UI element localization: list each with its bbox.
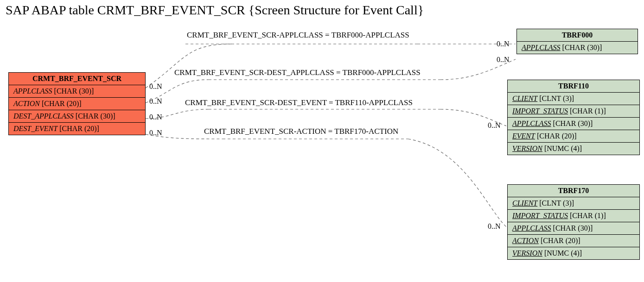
cardinality-src: 0..N [149, 97, 162, 106]
entity-tbrf170-field: APPLCLASS [CHAR (30)] [508, 222, 639, 234]
entity-tbrf110: TBRF110 CLIENT [CLNT (3)] IMPORT_STATUS … [507, 80, 640, 155]
relation-label: CRMT_BRF_EVENT_SCR-DEST_EVENT = TBRF110-… [185, 98, 413, 107]
entity-tbrf110-field: IMPORT_STATUS [CHAR (1)] [508, 105, 639, 117]
cardinality-tgt: 0..N [497, 56, 510, 64]
entity-tbrf110-field: CLIENT [CLNT (3)] [508, 93, 639, 105]
entity-source-field: DEST_EVENT [CHAR (20)] [9, 122, 145, 135]
entity-tbrf170-field: IMPORT_STATUS [CHAR (1)] [508, 209, 639, 222]
entity-tbrf170-header: TBRF170 [508, 185, 639, 197]
cardinality-src: 0..N [149, 129, 162, 137]
entity-tbrf110-header: TBRF110 [508, 80, 639, 93]
relation-label: CRMT_BRF_EVENT_SCR-ACTION = TBRF170-ACTI… [204, 127, 398, 136]
entity-tbrf110-field: EVENT [CHAR (20)] [508, 130, 639, 142]
cardinality-tgt: 0..N [488, 121, 501, 130]
entity-tbrf000-field: APPLCLASS [CHAR (30)] [517, 42, 638, 54]
entity-source-header: CRMT_BRF_EVENT_SCR [9, 73, 145, 85]
entity-tbrf170: TBRF170 CLIENT [CLNT (3)] IMPORT_STATUS … [507, 184, 640, 260]
entity-source-field: DEST_APPLCLASS [CHAR (30)] [9, 110, 145, 122]
entity-tbrf000: TBRF000 APPLCLASS [CHAR (30)] [516, 29, 638, 54]
entity-tbrf170-field: VERSION [NUMC (4)] [508, 247, 639, 259]
entity-tbrf000-header: TBRF000 [517, 29, 638, 42]
entity-tbrf170-field: CLIENT [CLNT (3)] [508, 197, 639, 209]
page-title: SAP ABAP table CRMT_BRF_EVENT_SCR {Scree… [6, 3, 424, 18]
entity-tbrf110-field: VERSION [NUMC (4)] [508, 142, 639, 155]
relation-label: CRMT_BRF_EVENT_SCR-APPLCLASS = TBRF000-A… [187, 31, 409, 40]
er-diagram: { "title": "SAP ABAP table CRMT_BRF_EVEN… [0, 0, 644, 282]
cardinality-tgt: 0..N [488, 222, 501, 231]
cardinality-tgt: 0..N [497, 40, 510, 48]
entity-tbrf170-field: ACTION [CHAR (20)] [508, 234, 639, 247]
entity-source: CRMT_BRF_EVENT_SCR APPLCLASS [CHAR (30)]… [8, 72, 146, 135]
cardinality-src: 0..N [149, 82, 162, 91]
entity-source-field: APPLCLASS [CHAR (30)] [9, 85, 145, 97]
relation-label: CRMT_BRF_EVENT_SCR-DEST_APPLCLASS = TBRF… [174, 68, 421, 77]
entity-tbrf110-field: APPLCLASS [CHAR (30)] [508, 117, 639, 130]
cardinality-src: 0..N [149, 113, 162, 121]
entity-source-field: ACTION [CHAR (20)] [9, 97, 145, 110]
